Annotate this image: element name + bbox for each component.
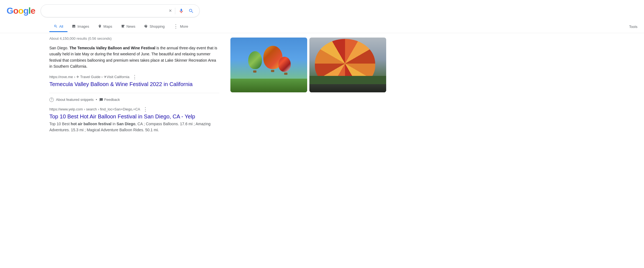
tab-images[interactable]: Images xyxy=(67,22,94,32)
sidebar-images xyxy=(230,38,595,92)
footer-separator: • xyxy=(96,98,97,102)
ground-1 xyxy=(230,79,307,92)
results-count: About 4,150,000 results (0.56 seconds) xyxy=(49,36,219,41)
snippet-footer: ? About featured snippets • Feedback xyxy=(49,98,219,102)
more-dots-icon: ⋮ xyxy=(173,23,178,29)
search-results: About 4,150,000 results (0.56 seconds) S… xyxy=(49,36,219,133)
second-result-description: Top 10 Best hot air balloon festival in … xyxy=(49,121,219,133)
main-content: About 4,150,000 results (0.56 seconds) S… xyxy=(0,33,644,133)
logo-g2: g xyxy=(23,6,29,16)
second-result-title-link[interactable]: Top 10 Best Hot Air Balloon Festival in … xyxy=(49,113,195,119)
maps-tab-icon xyxy=(98,24,102,28)
images-tab-icon xyxy=(72,24,76,28)
search-tab-icon xyxy=(54,24,58,28)
voice-search-button[interactable] xyxy=(177,7,185,15)
balloon-image-2[interactable] xyxy=(309,38,386,92)
snippet-text: San Diego. The Temecula Valley Balloon a… xyxy=(49,45,219,70)
search-input[interactable]: hot air balloon xyxy=(45,8,165,13)
tab-all[interactable]: All xyxy=(49,22,67,32)
snippet-url: https://rove.me xyxy=(49,75,73,79)
balloon-image-1[interactable] xyxy=(230,38,307,92)
shopping-tab-icon xyxy=(144,24,148,28)
tab-more[interactable]: ⋮ More xyxy=(169,21,193,33)
snippet-title-link[interactable]: Temecula Valley Balloon & Wine Festival … xyxy=(49,81,193,87)
logo-g: G xyxy=(7,6,13,16)
second-result-url: https://www.yelp.com xyxy=(49,107,83,111)
about-snippets-text[interactable]: About featured snippets xyxy=(56,98,94,102)
search-button[interactable] xyxy=(187,7,195,15)
feedback-button[interactable]: Feedback xyxy=(99,98,120,102)
logo-e: e xyxy=(30,6,35,16)
sidebar xyxy=(230,36,595,133)
snippet-url-line: https://rove.me › ✈ Travel Guide › ✈Visi… xyxy=(49,74,219,80)
search-bar-wrapper: hot air balloon × xyxy=(41,4,200,17)
feedback-icon xyxy=(99,98,103,102)
tab-news[interactable]: News xyxy=(117,22,140,32)
search-bar: hot air balloon × xyxy=(41,4,200,17)
news-tab-icon xyxy=(121,24,125,28)
header: Google hot air balloon × xyxy=(0,0,644,17)
crowd-background xyxy=(309,84,386,92)
search-nav: All Images Maps News Shopping ⋮ More Too… xyxy=(0,18,644,33)
result-divider xyxy=(49,93,219,93)
divider xyxy=(175,8,175,14)
tools-button[interactable]: Tools xyxy=(623,22,644,32)
second-result-url-line: https://www.yelp.com › search › find_loc… xyxy=(49,106,219,112)
basket-3 xyxy=(284,73,287,75)
google-logo[interactable]: Google xyxy=(7,6,35,16)
search-icon xyxy=(188,8,194,14)
logo-o1: o xyxy=(13,6,18,16)
clear-button[interactable]: × xyxy=(168,7,173,15)
second-result-breadcrumbs: › search › find_loc=San+Diego,+CA xyxy=(84,107,140,111)
snippet-breadcrumbs: › ✈ Travel Guide › ✈Visit California xyxy=(74,75,129,79)
tab-shopping[interactable]: Shopping xyxy=(140,22,169,32)
basket-2 xyxy=(253,70,256,73)
balloon-shape-3 xyxy=(278,57,291,72)
snippet-bold-text: The Temecula Valley Balloon and Wine Fes… xyxy=(69,46,155,50)
balloon-shape-2 xyxy=(248,51,262,69)
mic-icon xyxy=(179,8,184,14)
basket-1 xyxy=(271,70,274,72)
logo-o2: o xyxy=(18,6,23,16)
tab-maps[interactable]: Maps xyxy=(94,22,117,32)
second-result: https://www.yelp.com › search › find_loc… xyxy=(49,106,219,133)
snippet-text-before: San Diego. xyxy=(49,46,69,50)
about-snippets-icon: ? xyxy=(49,98,54,102)
second-more-options-button[interactable]: ⋮ xyxy=(143,106,148,112)
featured-snippet: San Diego. The Temecula Valley Balloon a… xyxy=(49,45,219,87)
more-options-button[interactable]: ⋮ xyxy=(132,74,137,80)
